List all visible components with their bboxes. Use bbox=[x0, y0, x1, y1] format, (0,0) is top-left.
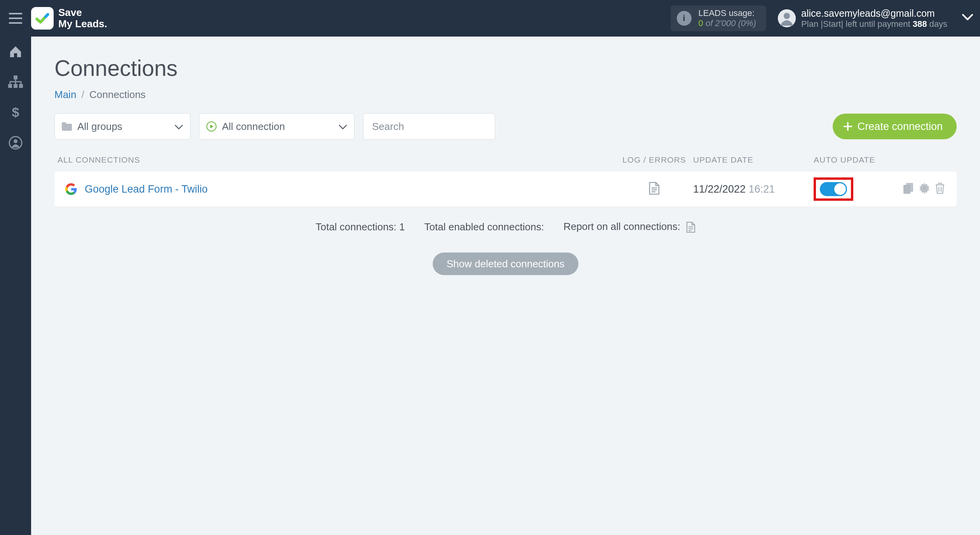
user-plan: Plan |Start| left until payment 388 days bbox=[801, 19, 947, 29]
check-icon bbox=[35, 11, 50, 26]
search-input[interactable] bbox=[372, 121, 486, 133]
top-bar: Save My Leads. i LEADS usage: 0 of 2'000… bbox=[0, 0, 980, 37]
logo[interactable]: Save My Leads. bbox=[31, 7, 107, 30]
sidebar-item-account[interactable] bbox=[0, 128, 31, 158]
chevron-down-icon bbox=[339, 121, 347, 133]
table-header: ALL CONNECTIONS LOG / ERRORS UPDATE DATE… bbox=[54, 151, 957, 172]
th-all-connections: ALL CONNECTIONS bbox=[58, 155, 619, 165]
svg-rect-3 bbox=[8, 84, 12, 88]
svg-rect-4 bbox=[14, 84, 17, 88]
create-connection-button[interactable]: Create connection bbox=[833, 114, 957, 139]
th-auto-update: AUTO UPDATE bbox=[810, 155, 887, 165]
play-circle-icon bbox=[206, 121, 217, 132]
report-button[interactable] bbox=[686, 221, 695, 233]
connection-status-label: All connection bbox=[222, 121, 285, 133]
footer-stats: Total connections: 1 Total enabled conne… bbox=[54, 221, 957, 233]
breadcrumb: Main / Connections bbox=[54, 89, 957, 101]
chevron-down-icon bbox=[175, 121, 183, 133]
breadcrumb-current: Connections bbox=[89, 89, 146, 100]
leads-usage-label: LEADS usage: bbox=[699, 8, 756, 18]
table-row: Google Lead Form - Twilio 11/22/2022 16:… bbox=[54, 172, 957, 207]
user-menu[interactable]: alice.savemyleads@gmail.com Plan |Start|… bbox=[778, 8, 973, 29]
chevron-down-icon[interactable] bbox=[962, 14, 973, 23]
breadcrumb-separator: / bbox=[82, 89, 84, 100]
logo-text: Save My Leads. bbox=[58, 7, 107, 29]
user-email: alice.savemyleads@gmail.com bbox=[801, 8, 947, 19]
update-date-cell: 11/22/2022 16:21 bbox=[689, 183, 810, 195]
plus-icon bbox=[844, 122, 852, 131]
google-icon bbox=[65, 183, 77, 195]
dollar-icon: $ bbox=[11, 105, 20, 120]
sitemap-icon bbox=[8, 75, 23, 89]
hamburger-icon bbox=[9, 13, 22, 24]
svg-rect-2 bbox=[14, 75, 17, 79]
sidebar-item-billing[interactable]: $ bbox=[0, 97, 31, 128]
copy-button[interactable] bbox=[903, 182, 914, 196]
copy-icon bbox=[903, 182, 914, 194]
settings-button[interactable] bbox=[919, 182, 930, 196]
svg-rect-5 bbox=[19, 84, 23, 88]
filter-toolbar: All groups All connection Create connect… bbox=[54, 113, 957, 140]
svg-text:$: $ bbox=[12, 105, 19, 119]
toggle-knob bbox=[834, 183, 846, 195]
sidebar: $ bbox=[0, 37, 31, 535]
gear-icon bbox=[919, 182, 930, 194]
sidebar-item-connections[interactable] bbox=[0, 67, 31, 97]
info-icon: i bbox=[677, 11, 692, 26]
document-icon bbox=[649, 182, 660, 195]
th-log-errors: LOG / ERRORS bbox=[619, 155, 689, 165]
folder-icon bbox=[62, 122, 72, 131]
total-connections: Total connections: 1 bbox=[316, 221, 405, 233]
groups-select-label: All groups bbox=[77, 121, 122, 133]
breadcrumb-main-link[interactable]: Main bbox=[54, 89, 76, 100]
svg-point-1 bbox=[784, 13, 790, 19]
delete-button[interactable] bbox=[935, 182, 945, 196]
logo-badge bbox=[31, 7, 54, 30]
create-connection-label: Create connection bbox=[858, 121, 943, 133]
user-icon bbox=[778, 9, 796, 27]
auto-update-toggle[interactable] bbox=[820, 182, 847, 196]
report-all-connections: Report on all connections: bbox=[563, 221, 695, 233]
connection-status-select[interactable]: All connection bbox=[199, 113, 355, 140]
th-update-date: UPDATE DATE bbox=[689, 155, 810, 165]
page-title: Connections bbox=[54, 55, 957, 81]
search-field[interactable] bbox=[363, 113, 495, 140]
home-icon bbox=[9, 45, 23, 59]
leads-usage-text: LEADS usage: 0 of 2'000 (0%) bbox=[699, 8, 756, 28]
trash-icon bbox=[935, 182, 945, 194]
sidebar-item-home[interactable] bbox=[0, 37, 31, 67]
connection-name-link[interactable]: Google Lead Form - Twilio bbox=[85, 183, 208, 195]
main-content: Connections Main / Connections All group… bbox=[31, 37, 980, 535]
show-deleted-button[interactable]: Show deleted connections bbox=[433, 253, 579, 275]
highlight-box bbox=[814, 177, 853, 201]
groups-select[interactable]: All groups bbox=[54, 113, 190, 140]
log-button[interactable] bbox=[649, 182, 660, 196]
avatar bbox=[778, 9, 796, 27]
user-circle-icon bbox=[9, 136, 23, 150]
svg-rect-11 bbox=[906, 183, 913, 192]
hamburger-menu-button[interactable] bbox=[0, 0, 31, 37]
leads-usage-badge[interactable]: i LEADS usage: 0 of 2'000 (0%) bbox=[671, 5, 767, 31]
document-icon bbox=[686, 221, 695, 233]
total-enabled-connections: Total enabled connections: bbox=[424, 221, 544, 233]
svg-point-8 bbox=[14, 139, 17, 143]
